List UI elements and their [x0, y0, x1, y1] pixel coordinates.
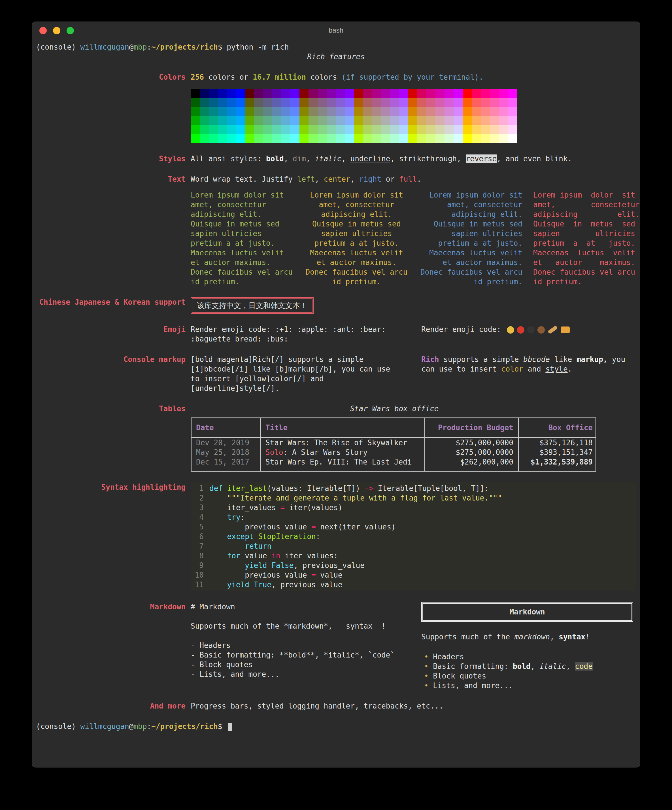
color-swatch — [472, 107, 481, 116]
prompt-line-bottom[interactable]: (console) willmcgugan@mbp:~/projects/ric… — [36, 722, 636, 731]
text-line: id pretium. — [305, 277, 408, 287]
text-line: sapien ultricies — [533, 229, 637, 238]
color-swatch — [327, 134, 336, 143]
token — [223, 484, 227, 493]
color-swatch — [300, 107, 308, 116]
terminal-content[interactable]: (console) willmcgugan@mbp:~/projects/ric… — [32, 39, 640, 731]
styles-section: Styles All ansi styles: bold, dim, itali… — [36, 154, 636, 164]
color-swatch — [453, 89, 463, 98]
token: 16.7 million — [253, 73, 306, 81]
color-swatch — [227, 107, 236, 116]
token: $ — [218, 43, 222, 51]
table-cell: $393,151,347 — [518, 447, 597, 457]
markup-raw: [bold magenta]Rich[/] supports a simple[… — [191, 354, 403, 393]
color-swatch — [236, 125, 245, 134]
color-swatch — [445, 89, 453, 98]
color-swatch — [300, 116, 308, 125]
color-swatch — [209, 116, 218, 125]
color-swatch — [245, 98, 254, 107]
color-swatch — [281, 125, 290, 134]
section-label-text: Text — [36, 174, 185, 184]
terminal-cursor[interactable] — [228, 723, 232, 731]
token: left — [297, 175, 315, 183]
token: Rich — [421, 355, 439, 364]
token — [249, 580, 254, 589]
token: : — [147, 722, 151, 731]
token: next(iter_values) — [316, 523, 396, 531]
color-swatch — [472, 125, 481, 134]
color-swatch — [472, 134, 481, 143]
token: markup, — [576, 355, 608, 364]
color-swatch — [272, 98, 281, 107]
color-swatch — [508, 107, 517, 116]
cjk-panel: 该库支持中文，日文和韩文文本！ — [191, 297, 313, 314]
color-swatch — [435, 116, 445, 125]
color-swatch — [435, 134, 445, 143]
python-code-block: 1def iter_last(values: Iterable[T]) -> I… — [191, 483, 636, 591]
text-line: id pretium. — [191, 277, 294, 287]
text-line: Maecenas luctus velit — [533, 248, 637, 258]
color-swatch — [218, 134, 227, 143]
color-swatch — [399, 134, 408, 143]
color-swatch — [327, 98, 336, 107]
color-swatch — [191, 89, 200, 98]
color-swatch — [372, 98, 381, 107]
color-swatch — [435, 89, 445, 98]
color-swatch — [281, 98, 290, 107]
token: True — [254, 580, 272, 589]
prompt-space — [222, 722, 227, 731]
color-swatch — [272, 125, 281, 134]
token: = — [312, 571, 316, 579]
color-swatch — [236, 116, 245, 125]
token: Star Wars Ep. VIII: The Last Jedi — [266, 458, 412, 466]
color-swatch — [218, 107, 227, 116]
color-swatch — [263, 134, 272, 143]
bullet-item: • Headers — [421, 652, 633, 662]
lorem-column-center: Lorem ipsum dolor sitamet, consecteturad… — [305, 190, 408, 287]
emoji-rendered-prefix: Render emoji code: — [421, 325, 505, 334]
color-swatch — [200, 125, 209, 134]
star-wars-table-wrap: Star Wars box office DateTitleProduction… — [191, 404, 598, 472]
color-swatch — [300, 98, 308, 107]
text-line: :baguette_bread: :bus: — [191, 334, 403, 344]
color-swatch — [445, 98, 453, 107]
text-line: Donec faucibus vel arcu — [533, 267, 637, 277]
section-label-tables: Tables — [36, 404, 185, 413]
color-swatch — [218, 116, 227, 125]
color-swatch — [354, 98, 363, 107]
color-swatch — [399, 116, 408, 125]
line-number: 9 — [191, 560, 204, 570]
token: colors — [306, 73, 341, 81]
token: colors or — [204, 73, 253, 81]
color-swatch — [363, 125, 372, 134]
color-swatch — [209, 134, 218, 143]
bear-emoji — [537, 326, 545, 334]
line-number: 5 — [191, 522, 204, 532]
apple-emoji — [517, 326, 524, 334]
text-line: adipiscing elit. — [305, 209, 408, 219]
text-line: pretium a at justo. — [419, 238, 522, 248]
color-swatch — [263, 116, 272, 125]
text-line: Donec faucibus vel arcu — [305, 267, 408, 277]
color-swatch — [426, 98, 435, 107]
color-swatch — [227, 98, 236, 107]
text-line: Render emoji code: :+1: :apple: :ant: :b… — [191, 324, 403, 334]
text-description: Word wrap text. Justify left, center, ri… — [191, 174, 636, 184]
color-swatch — [227, 89, 236, 98]
color-swatch — [426, 125, 435, 134]
text-line: [i]bbcode[/i] like [b]markup[/b], you ca… — [191, 364, 403, 374]
table-header-cell: Date — [192, 418, 260, 437]
table-cell: $275,000,0000 — [424, 447, 518, 457]
emoji-section: Emoji Render emoji code: :+1: :apple: :a… — [36, 324, 636, 344]
text-line: - Basic formatting: **bold**, *italic*, … — [191, 650, 403, 660]
table-row: May 25, 2018Solo: A Star Wars Story$275,… — [192, 447, 596, 457]
color-swatch — [381, 98, 390, 107]
text-line: et auctor maximus. — [305, 258, 408, 267]
color-swatch — [381, 116, 390, 125]
text-line: amet, consectetur — [305, 200, 408, 209]
titlebar[interactable]: bash — [32, 22, 640, 39]
color-swatch — [399, 89, 408, 98]
line-number: 7 — [191, 541, 204, 551]
color-swatch — [408, 116, 417, 125]
shell-prompt: (console) willmcgugan@mbp:~/projects/ric… — [36, 43, 222, 51]
